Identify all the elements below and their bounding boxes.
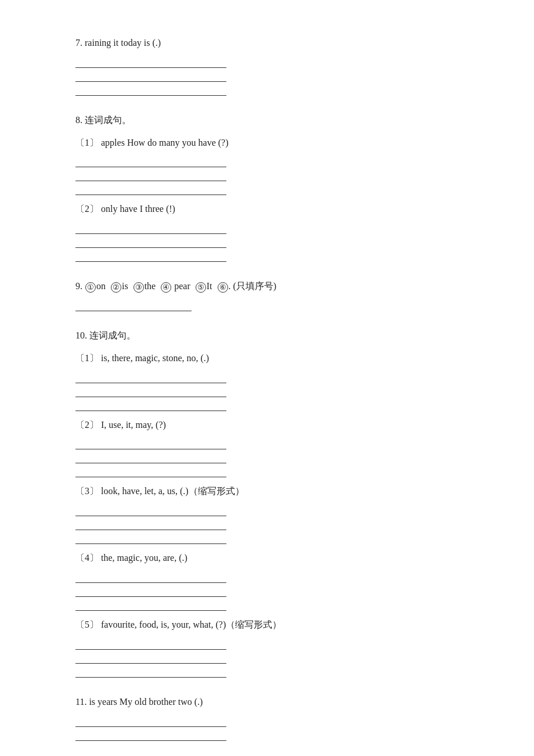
q8-sub2-text: 〔2〕 only have I three (!) [75,201,459,218]
q10-title-line: 10. 连词成句。 [75,327,459,344]
q10-sub5-content: favourite, food, is, your, what, (?)（缩写形… [101,620,282,629]
q10-sub5-answers [75,637,459,678]
q8-title: 连词成句。 [85,115,131,125]
q10-sub1: 〔1〕 is, there, magic, stone, no, (.) [75,350,459,411]
q7-label: 7. [75,38,82,48]
q9-circle6: ⑥ [218,282,228,293]
q8-sub2-content: only have I three (!) [101,204,175,214]
q9-label: 9. [75,281,85,291]
answer-line [75,517,226,530]
q10-sub4-content: the, magic, you, are, (.) [101,553,187,563]
q8-sub1-content: apples How do many you have (?) [101,138,229,147]
q10-sub1-text: 〔1〕 is, there, magic, stone, no, (.) [75,350,459,367]
q10-sub2-content: I, use, it, may, (?) [101,420,166,430]
answer-line [75,249,226,262]
answer-line [75,637,226,650]
q10-sub1-answers [75,370,459,411]
answer-line [75,182,226,195]
q10-sub2-num: 〔2〕 [75,420,99,430]
answer-line [75,370,226,383]
q10-sub3-text: 〔3〕 look, have, let, a, us, (.)（缩写形式） [75,483,459,500]
answer-line [75,665,226,678]
answer-line [75,55,226,68]
q10-sub2: 〔2〕 I, use, it, may, (?) [75,417,459,478]
answer-line [75,651,226,664]
q7-content: raining it today is (.) [85,38,161,48]
q8-sub2-num: 〔2〕 [75,204,99,214]
q8-label: 8. [75,115,82,125]
q8-sub1-answers [75,154,459,195]
answer-line [75,584,226,597]
q7-text: 7. raining it today is (.) [75,35,459,52]
q10-sub4-text: 〔4〕 the, magic, you, are, (.) [75,550,459,567]
q10-sub5-num: 〔5〕 [75,620,99,629]
q7-answer-lines [75,55,459,96]
answer-line [75,451,226,463]
answer-line [75,384,226,397]
q10-sub5-text: 〔5〕 favourite, food, is, your, what, (?)… [75,617,459,633]
q10-sub3-answers [75,503,459,544]
answer-line [75,598,226,611]
answer-line [75,465,226,477]
q10-sub2-text: 〔2〕 I, use, it, may, (?) [75,417,459,434]
answer-line [75,503,226,516]
q10-label: 10. [75,330,87,340]
q10-title: 连词成句。 [89,330,136,340]
q9-text: 9. ①on ②is ③the ④ pear ⑤It ⑥. (只填序号) [75,278,459,295]
q10-sub3-num: 〔3〕 [75,486,99,496]
answer-line [75,398,226,411]
answer-line [75,69,226,82]
q8-sub2-answers [75,221,459,262]
q11-content: is years My old brother two (.) [89,697,203,707]
q11-label: 11. [75,697,86,707]
q8-sub1: 〔1〕 apples How do many you have (?) [75,135,459,196]
q9-circle4: ④ [161,282,171,293]
q10-sub3-content: look, have, let, a, us, (.)（缩写形式） [101,486,244,496]
question-7: 7. raining it today is (.) [75,35,459,96]
q9-circle3: ③ [134,282,144,293]
question-8: 8. 连词成句。 〔1〕 apples How do many you have… [75,112,459,262]
q8-sub1-text: 〔1〕 apples How do many you have (?) [75,135,459,152]
q10-sub3: 〔3〕 look, have, let, a, us, (.)（缩写形式） [75,483,459,544]
q10-sub5: 〔5〕 favourite, food, is, your, what, (?)… [75,617,459,678]
q9-circle5: ⑤ [196,282,206,293]
question-10: 10. 连词成句。 〔1〕 is, there, magic, stone, n… [75,327,459,678]
answer-line [75,437,226,449]
answer-line [75,221,226,234]
answer-line [75,570,226,583]
answer-line [75,83,226,96]
q8-title-line: 8. 连词成句。 [75,112,459,129]
answer-line [75,235,226,248]
answer-line [75,714,226,727]
q10-sub1-num: 〔1〕 [75,353,99,363]
question-11: 11. is years My old brother two (.) [75,694,459,741]
q10-sub1-content: is, there, magic, stone, no, (.) [101,353,209,363]
q10-sub4-num: 〔4〕 [75,553,99,563]
answer-line [75,531,226,544]
q8-sub2: 〔2〕 only have I three (!) [75,201,459,262]
answer-line [75,298,192,311]
q9-answer-lines [75,298,459,311]
question-9: 9. ①on ②is ③the ④ pear ⑤It ⑥. (只填序号) [75,278,459,311]
answer-line [75,154,226,167]
q9-circle1: ① [85,282,96,293]
q8-sub1-num: 〔1〕 [75,138,99,147]
q9-circle2: ② [111,282,121,293]
q10-sub4-answers [75,570,459,611]
q11-text: 11. is years My old brother two (.) [75,694,459,711]
answer-line [75,728,226,741]
q10-sub4: 〔4〕 the, magic, you, are, (.) [75,550,459,611]
answer-line [75,168,226,181]
q11-answer-lines [75,714,459,741]
q10-sub2-answers [75,437,459,477]
